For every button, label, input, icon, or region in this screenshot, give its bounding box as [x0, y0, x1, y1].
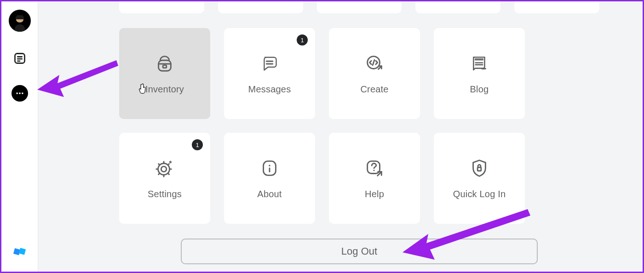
tile-label: Help [365, 189, 384, 199]
feed-icon [13, 52, 26, 65]
app-frame: Inventory 1 Messages [0, 0, 644, 273]
tile-label: Messages [248, 84, 291, 95]
partial-tile[interactable] [415, 1, 500, 13]
quick-login-icon [469, 158, 490, 179]
partial-tile[interactable] [317, 1, 402, 13]
svg-rect-3 [17, 15, 23, 17]
avatar-image-icon [11, 13, 29, 32]
settings-icon [154, 158, 175, 179]
roblox-studio-logo[interactable] [13, 245, 27, 261]
tile-label: Settings [148, 189, 182, 199]
tile-settings[interactable]: 1 Settings [119, 133, 210, 224]
messages-icon [259, 53, 280, 74]
avatar[interactable] [9, 10, 31, 32]
tile-messages[interactable]: 1 Messages [224, 28, 315, 119]
svg-rect-12 [18, 248, 25, 255]
badge-count: 1 [192, 139, 203, 150]
logout-label: Log Out [341, 245, 377, 257]
svg-rect-14 [163, 65, 167, 68]
tile-quick-log-in[interactable]: Quick Log In [434, 133, 525, 224]
studio-logo-icon [13, 245, 27, 259]
badge-count: 1 [297, 34, 308, 46]
tile-label: Inventory [145, 84, 184, 95]
svg-point-30 [374, 170, 375, 171]
partial-tile[interactable] [218, 1, 303, 13]
svg-rect-21 [475, 58, 483, 60]
svg-point-10 [22, 92, 23, 94]
tile-help[interactable]: Help [329, 133, 420, 224]
sidebar-feed-button[interactable] [11, 49, 29, 68]
help-icon [364, 158, 385, 179]
tile-blog[interactable]: Blog [434, 28, 525, 119]
svg-point-25 [158, 163, 170, 175]
more-icon [15, 89, 24, 98]
svg-point-9 [19, 92, 21, 94]
sidebar [1, 1, 38, 272]
svg-point-27 [269, 165, 270, 166]
about-icon [259, 158, 280, 179]
main-content: Inventory 1 Messages [38, 1, 643, 272]
svg-point-8 [16, 92, 18, 94]
tile-label: Create [360, 84, 388, 95]
tile-label: About [257, 189, 282, 199]
partial-tile[interactable] [514, 1, 599, 13]
tile-about[interactable]: About [224, 133, 315, 224]
inventory-icon [154, 53, 175, 74]
partial-tile[interactable] [119, 1, 204, 13]
tile-create[interactable]: Create [329, 28, 420, 119]
tile-label: Blog [470, 84, 489, 95]
create-icon [364, 53, 385, 74]
svg-line-19 [373, 60, 374, 65]
blog-icon [469, 53, 490, 74]
previous-row-partial [119, 1, 599, 13]
tile-label: Quick Log In [453, 189, 506, 199]
menu-grid: Inventory 1 Messages [119, 28, 599, 224]
sidebar-more-button[interactable] [12, 85, 28, 102]
logout-button[interactable]: Log Out [181, 239, 538, 264]
tile-inventory[interactable]: Inventory [119, 28, 210, 119]
svg-point-24 [161, 166, 167, 172]
